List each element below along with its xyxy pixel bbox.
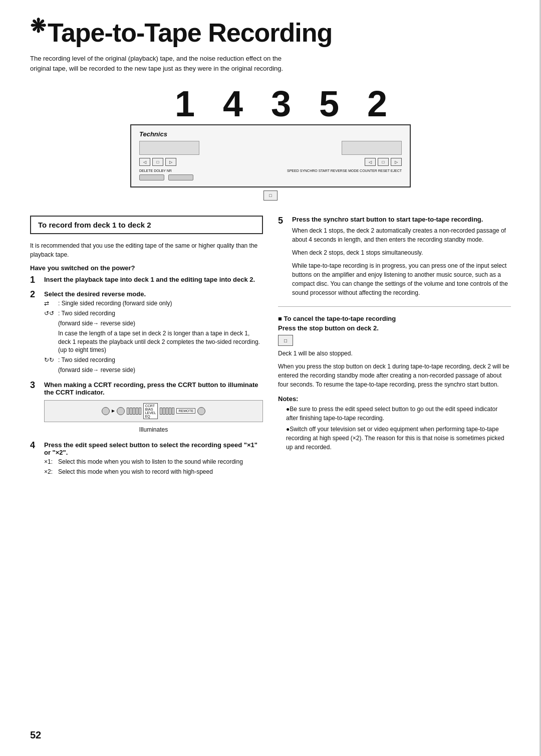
step5-para3: While tape-to-tape recording is in progr… <box>292 261 511 297</box>
step2-title: Select the desired reverse mode. <box>44 290 263 298</box>
note1-text: ●Be sure to press the edit speed select … <box>286 405 511 423</box>
notes-section: Notes: ●Be sure to press the edit speed … <box>278 395 511 452</box>
play-btn-right[interactable]: ▷ <box>391 158 402 166</box>
step4-x2: ×2: Select this mode when you wish to re… <box>44 468 263 476</box>
step2-content: Select the desired reverse mode. ⇄ : Sin… <box>44 290 263 375</box>
cassette-slot-left <box>139 174 164 180</box>
stop-button-diagram[interactable]: □ <box>263 191 278 201</box>
rewind-btn-left[interactable]: ◁ <box>139 158 150 166</box>
double-sided-icon: ↻↻ <box>44 356 58 364</box>
stop-btn-left[interactable]: □ <box>152 158 163 166</box>
ccrt-arrow: ▶ <box>112 409 115 413</box>
step5-para2: When deck 2 stops, deck 1 stops simultan… <box>292 248 511 257</box>
meter-bar-4 <box>136 408 138 415</box>
step1-content: Insert the playback tape into deck 1 and… <box>44 276 263 285</box>
step3-content: When making a CCRT recording, press the … <box>44 381 263 436</box>
page-number: 52 <box>30 729 41 741</box>
step5-title: Press the synchro start button to start … <box>292 216 511 223</box>
meter-bar-2 <box>130 408 132 415</box>
meter-bar-1 <box>127 408 129 415</box>
deck-brand: Technics <box>139 130 402 138</box>
step2: 2 Select the desired reverse mode. ⇄ : S… <box>30 290 263 375</box>
ccrt-meter-left <box>127 408 141 415</box>
meter-bar-3 <box>133 408 135 415</box>
step4-title: Press the edit speed select button to se… <box>44 441 263 456</box>
page-title: ❋Tape-to-Tape Recording <box>30 15 511 48</box>
diagram-area: 1 4 3 5 2 Technics ◁ □ ▷ ◁ □ ▷ DELETE DO… <box>30 83 511 201</box>
step2-bullet1: ⇄ : Single sided recording (forward side… <box>44 299 263 308</box>
two-sided-icon: ↺↺ <box>44 309 58 318</box>
step1-number: 1 <box>30 275 44 285</box>
stop-button-cancel[interactable]: □ <box>278 335 293 346</box>
notes-title: Notes: <box>278 395 511 403</box>
step2-bullet2: ↺↺ : Two sided recording <box>44 309 263 318</box>
step2-bullet2-text: : Two sided recording <box>58 309 263 318</box>
step5-content: Press the synchro start button to start … <box>292 216 511 301</box>
meter-bar-9 <box>169 408 171 415</box>
ccrt-knob-left <box>102 407 110 415</box>
left-column: To record from deck 1 to deck 2 It is re… <box>30 216 263 482</box>
deck-display-right <box>342 141 402 155</box>
meter-bar-8 <box>166 408 168 415</box>
stop-btn-right[interactable]: □ <box>378 158 389 166</box>
x2-icon: ×2: <box>44 468 58 476</box>
deck-cassette-row <box>139 174 402 180</box>
remote-label: REMOTE <box>176 408 195 414</box>
label-delete: DELETE DOLBY NR <box>139 169 172 172</box>
diagram-numbers: 1 4 3 5 2 <box>60 83 511 124</box>
meter-bar-10 <box>172 408 174 415</box>
single-sided-icon: ⇄ <box>44 299 58 308</box>
power-check-label: Have you switched on the power? <box>30 264 263 272</box>
prereq-text: It is recommended that you use the editi… <box>30 241 263 259</box>
deck-buttons-left: ◁ □ ▷ <box>139 158 176 166</box>
cancel-para2: When you press the stop button on deck 1… <box>278 362 511 389</box>
step2-number: 2 <box>30 289 44 300</box>
step5-number: 5 <box>278 216 292 226</box>
step2-sub1: (forward side→ reverse side) <box>58 319 263 328</box>
play-btn-left[interactable]: ▷ <box>165 158 176 166</box>
ccrt-knob-center <box>117 407 125 415</box>
main-content: To record from deck 1 to deck 2 It is re… <box>30 216 511 482</box>
intro-text: The recording level of the original (pla… <box>30 54 291 73</box>
deck-controls-row: ◁ □ ▷ ◁ □ ▷ <box>139 158 402 166</box>
step3: 3 When making a CCRT recording, press th… <box>30 381 263 436</box>
ccrt-label: CCRTBIASLEVELEQ <box>143 403 158 419</box>
divider <box>278 306 511 307</box>
step3-title: When making a CCRT recording, press the … <box>44 381 263 396</box>
star-icon: ❋ <box>30 16 46 37</box>
section-header-title: To record from deck 1 to deck 2 <box>38 221 151 229</box>
step1-title: Insert the playback tape into deck 1 and… <box>44 276 263 283</box>
step2-bullet1-text: : Single sided recording (forward side o… <box>58 299 263 308</box>
step2-bullet3: ↻↻ : Two sided recording <box>44 356 263 364</box>
cancel-para1: Deck 1 will be also stopped. <box>278 349 511 358</box>
step4-content: Press the edit speed select button to se… <box>44 441 263 478</box>
cassette-slot-right <box>168 174 193 180</box>
cancel-section: ■ To cancel the tape-to-tape recording P… <box>278 315 511 389</box>
illuminates-label: Illuminates <box>44 426 263 433</box>
rewind-btn-right[interactable]: ◁ <box>365 158 376 166</box>
cancel-heading: ■ To cancel the tape-to-tape recording <box>278 315 511 322</box>
meter-bar-7 <box>163 408 165 415</box>
step2-sub2: In case the length of a tape set in deck… <box>58 329 263 354</box>
meter-bar-6 <box>160 408 162 415</box>
step4-number: 4 <box>30 440 44 451</box>
step2-sub3: (forward side→ reverse side) <box>58 366 263 374</box>
step2-bullet3-text: : Two sided recording <box>58 356 263 364</box>
note2-text: ●Switch off your television set or video… <box>286 425 511 452</box>
step1: 1 Insert the playback tape into deck 1 a… <box>30 276 263 285</box>
x1-text: Select this mode when you wish to listen… <box>58 458 263 466</box>
step5: 5 Press the synchro start button to star… <box>278 216 511 301</box>
cancel-subheading: Press the stop button on deck 2. <box>278 324 511 332</box>
deck-buttons-right: ◁ □ ▷ <box>365 158 402 166</box>
deck-display-left <box>139 141 199 155</box>
step4: 4 Press the edit speed select button to … <box>30 441 263 478</box>
x1-icon: ×1: <box>44 458 58 466</box>
step4-x1: ×1: Select this mode when you wish to li… <box>44 458 263 466</box>
right-column: 5 Press the synchro start button to star… <box>278 216 511 482</box>
step3-number: 3 <box>30 380 44 391</box>
x2-text: Select this mode when you wish to record… <box>58 468 263 476</box>
label-speed-sync: SPEED SYNCHRO START REVERSE MODE COUNTER… <box>287 169 402 172</box>
note1: ●Be sure to press the edit speed select … <box>278 405 511 423</box>
deck-labels-row: DELETE DOLBY NR SPEED SYNCHRO START REVE… <box>139 169 402 172</box>
step5-para1: When deck 1 stops, the deck 2 automatica… <box>292 226 511 244</box>
